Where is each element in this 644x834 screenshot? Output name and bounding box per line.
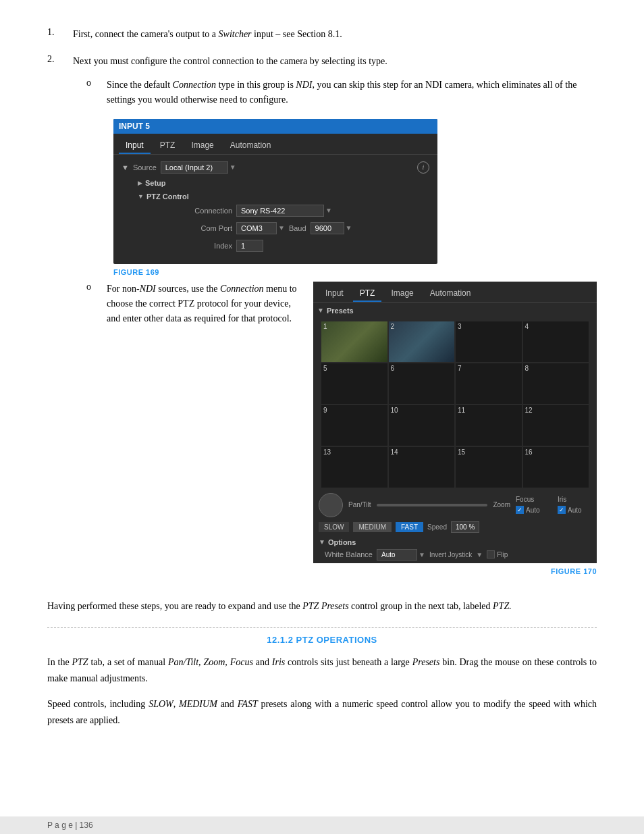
preset-12[interactable]: 12 bbox=[523, 405, 589, 446]
zoom-label: Zoom bbox=[493, 501, 510, 509]
iris-col: Iris ✓ Auto bbox=[558, 496, 591, 514]
source-value: Local (Input 2) bbox=[161, 161, 228, 174]
sub-item-b: o For non-NDI sources, use the Connectio… bbox=[86, 282, 300, 327]
baud-label: Baud bbox=[289, 224, 306, 232]
invert-arrow: ▼ bbox=[476, 551, 483, 558]
presets-grid: 1 2 3 bbox=[317, 317, 593, 488]
baud-arrow: ▼ bbox=[346, 224, 352, 232]
setup-section: ▶ Setup bbox=[122, 179, 429, 187]
flip-label: Flip bbox=[497, 551, 508, 558]
ptz-control-header: ▼ PTZ Control bbox=[138, 192, 429, 201]
flip-checkbox[interactable] bbox=[487, 550, 495, 558]
info-icon[interactable]: i bbox=[417, 161, 429, 174]
zoom-slider[interactable] bbox=[377, 504, 488, 506]
tab2-image[interactable]: Image bbox=[384, 286, 420, 302]
ptz-controls-row: Pan/Tilt Zoom Focus ✓ Aut bbox=[313, 488, 597, 520]
preset-11[interactable]: 11 bbox=[456, 405, 522, 446]
speed-row: SLOW MEDIUM FAST Speed 100 % bbox=[313, 520, 597, 536]
invert-joystick-label: Invert Joystick bbox=[429, 551, 472, 558]
pan-tilt-label: Pan/Tilt bbox=[348, 501, 371, 509]
presets-header: ▼ Presets bbox=[317, 307, 593, 315]
baud-dropdown[interactable]: 9600 ▼ bbox=[311, 222, 352, 234]
preset-2[interactable]: 2 bbox=[389, 321, 455, 362]
index-label: Index bbox=[178, 242, 232, 250]
sub-bullet-a: o bbox=[86, 78, 100, 108]
slow-button[interactable]: SLOW bbox=[319, 522, 349, 532]
index-row: Index 1 bbox=[178, 240, 429, 252]
preset-15[interactable]: 15 bbox=[456, 447, 522, 488]
invert-joystick-dropdown[interactable]: ▼ bbox=[476, 551, 483, 558]
list-item-1: 1. First, connect the camera's output to… bbox=[47, 27, 597, 42]
preset-5[interactable]: 5 bbox=[321, 363, 387, 404]
options-label: Options bbox=[328, 538, 356, 546]
medium-button[interactable]: MEDIUM bbox=[353, 522, 392, 532]
source-row: ▼ Source Local (Input 2) ▼ i bbox=[122, 161, 429, 174]
figure-170-caption: FIGURE 170 bbox=[313, 567, 597, 575]
tab-automation[interactable]: Automation bbox=[223, 138, 278, 154]
figure-170-container: Input PTZ Image Automation ▼ Presets bbox=[313, 282, 597, 575]
connection-row: Connection Sony RS-422 ▼ bbox=[178, 205, 429, 217]
section-title: 12.1.2 PTZ OPERATIONS bbox=[47, 635, 597, 645]
setup-triangle: ▶ bbox=[138, 180, 142, 186]
list-num-1: 1. bbox=[47, 27, 66, 42]
setup-header: ▶ Setup bbox=[138, 179, 429, 187]
figure-169-panel: INPUT 5 Input PTZ Image Automation ▼ bbox=[113, 119, 437, 264]
preset-3[interactable]: 3 bbox=[456, 321, 522, 362]
source-label: Source bbox=[133, 163, 157, 172]
comport-dropdown[interactable]: COM3 ▼ bbox=[236, 222, 285, 234]
preset-4[interactable]: 4 bbox=[523, 321, 589, 362]
connection-value: Sony RS-422 bbox=[236, 205, 324, 217]
options-row: White Balance Auto ▼ Invert Joystick ▼ bbox=[319, 549, 591, 561]
tab-image[interactable]: Image bbox=[184, 138, 220, 154]
focus-iris-group: Focus ✓ Auto Iris bbox=[516, 496, 591, 514]
source-dropdown-arrow: ▼ bbox=[230, 163, 236, 171]
list-item-2: 2. Next you must configure the control c… bbox=[47, 54, 597, 585]
connection-dropdown[interactable]: Sony RS-422 ▼ bbox=[236, 205, 332, 217]
fast-button[interactable]: FAST bbox=[396, 522, 423, 532]
focus-auto-label: Auto bbox=[526, 506, 540, 514]
preset-2-image bbox=[389, 321, 455, 362]
figure-169-container: INPUT 5 Input PTZ Image Automation ▼ bbox=[113, 119, 597, 276]
preset-1[interactable]: 1 bbox=[321, 321, 387, 362]
pan-tilt-control[interactable] bbox=[319, 493, 343, 517]
options-header: ▼ Options bbox=[319, 538, 591, 546]
white-balance-arrow: ▼ bbox=[419, 551, 425, 558]
list-text-1: First, connect the camera's output to a … bbox=[73, 27, 597, 42]
tab2-input[interactable]: Input bbox=[319, 286, 350, 302]
preset-7[interactable]: 7 bbox=[456, 363, 522, 404]
white-balance-dropdown[interactable]: Auto ▼ bbox=[377, 549, 425, 561]
index-value: 1 bbox=[236, 240, 263, 252]
tab2-automation[interactable]: Automation bbox=[423, 286, 478, 302]
preset-6[interactable]: 6 bbox=[389, 363, 455, 404]
preset-10[interactable]: 10 bbox=[389, 405, 455, 446]
panel-titlebar: INPUT 5 bbox=[113, 119, 437, 134]
setup-label: Setup bbox=[145, 179, 166, 187]
focus-col: Focus ✓ Auto bbox=[516, 496, 549, 514]
sub-text-a: Since the default Connection type in thi… bbox=[107, 78, 597, 108]
iris-auto-checkbox[interactable]: ✓ bbox=[558, 506, 566, 514]
page-footer: P a g e | 136 bbox=[0, 816, 644, 834]
preset-8[interactable]: 8 bbox=[523, 363, 589, 404]
tab-ptz[interactable]: PTZ bbox=[153, 138, 182, 154]
tab-input[interactable]: Input bbox=[119, 138, 151, 154]
connection-arrow: ▼ bbox=[325, 207, 332, 214]
preset-16[interactable]: 16 bbox=[523, 447, 589, 488]
sub-list: o Since the default Connection type in t… bbox=[86, 78, 597, 575]
preset-9[interactable]: 9 bbox=[321, 405, 387, 446]
sub-item-b-section: o For non-NDI sources, use the Connectio… bbox=[86, 282, 597, 575]
tab2-ptz[interactable]: PTZ bbox=[353, 286, 382, 302]
panel-body: ▼ Source Local (Input 2) ▼ i bbox=[113, 155, 437, 264]
sub-item-b-text: o For non-NDI sources, use the Connectio… bbox=[86, 282, 300, 335]
source-dropdown[interactable]: Local (Input 2) ▼ bbox=[161, 161, 236, 174]
comport-label: Com Port bbox=[178, 224, 232, 232]
preset-14[interactable]: 14 bbox=[389, 447, 455, 488]
speed-label: Speed bbox=[427, 523, 447, 531]
preset-13[interactable]: 13 bbox=[321, 447, 387, 488]
iris-auto-label: Auto bbox=[568, 506, 582, 514]
sub-bullet-b: o bbox=[86, 282, 100, 327]
ptz-control-label: PTZ Control bbox=[146, 192, 189, 201]
ptz-control-section: ▼ PTZ Control Connection Sony RS-422 ▼ bbox=[122, 192, 429, 252]
focus-auto-checkbox[interactable]: ✓ bbox=[516, 506, 524, 514]
presets-label: Presets bbox=[327, 307, 354, 315]
white-balance-label: White Balance bbox=[319, 550, 373, 558]
